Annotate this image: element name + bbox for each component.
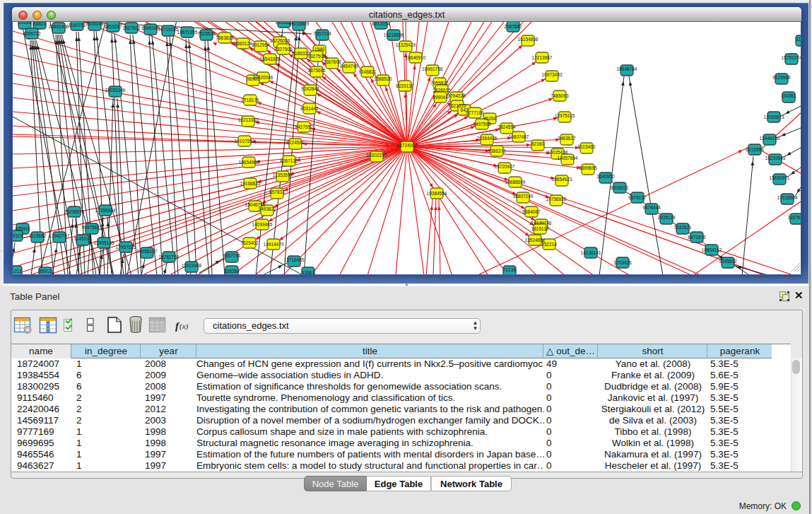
svg-text:10756928: 10756928 xyxy=(546,197,567,201)
svg-text:10107553: 10107553 xyxy=(235,139,255,144)
svg-text:8031441: 8031441 xyxy=(300,106,319,111)
svg-text:17359924: 17359924 xyxy=(95,208,116,213)
svg-text:12213967: 12213967 xyxy=(532,55,553,60)
svg-text:9684067: 9684067 xyxy=(522,209,541,214)
svg-text:1115682: 1115682 xyxy=(29,233,47,238)
svg-text:39119: 39119 xyxy=(13,233,23,238)
svg-text:20206576: 20206576 xyxy=(64,209,85,214)
svg-text:19384554: 19384554 xyxy=(427,191,447,196)
svg-text:20691406: 20691406 xyxy=(49,24,69,29)
svg-text:9903325: 9903325 xyxy=(275,22,293,25)
svg-text:252214: 252214 xyxy=(541,242,557,247)
svg-text:10807487: 10807487 xyxy=(509,134,529,139)
svg-text:899044: 899044 xyxy=(433,95,448,100)
svg-text:12213383: 12213383 xyxy=(238,117,259,122)
svg-text:8938921: 8938921 xyxy=(611,185,629,190)
svg-text:6879197: 6879197 xyxy=(628,195,647,200)
svg-text:7625402: 7625402 xyxy=(240,240,259,245)
svg-text:12942757: 12942757 xyxy=(49,233,70,238)
svg-text:13720407: 13720407 xyxy=(495,164,515,169)
svg-text:12444150: 12444150 xyxy=(760,136,780,141)
svg-text:1527602: 1527602 xyxy=(122,25,141,30)
svg-text:98961: 98961 xyxy=(247,76,259,81)
svg-text:17957225: 17957225 xyxy=(116,245,136,250)
svg-text:9474444: 9474444 xyxy=(642,205,661,210)
svg-text:13716485: 13716485 xyxy=(284,257,305,262)
svg-text:1626015: 1626015 xyxy=(433,88,451,93)
svg-text:2605346: 2605346 xyxy=(86,22,104,26)
svg-text:9242848: 9242848 xyxy=(301,86,319,91)
svg-text:14136141: 14136141 xyxy=(581,250,601,255)
svg-text:8471676: 8471676 xyxy=(688,235,706,240)
svg-text:1640950: 1640950 xyxy=(596,174,615,179)
svg-text:1588520: 1588520 xyxy=(374,76,392,81)
svg-text:7955812: 7955812 xyxy=(430,81,449,86)
svg-text:20554: 20554 xyxy=(18,22,31,25)
svg-text:14957864: 14957864 xyxy=(558,156,578,160)
svg-text:1733426: 1733426 xyxy=(613,260,632,265)
svg-text:15226058: 15226058 xyxy=(270,38,290,43)
svg-text:2367608: 2367608 xyxy=(323,59,341,64)
svg-text:19218506: 19218506 xyxy=(384,33,404,37)
svg-text:43661: 43661 xyxy=(302,270,314,274)
svg-text:10025438: 10025438 xyxy=(548,150,568,155)
svg-text:8267135: 8267135 xyxy=(280,158,298,163)
svg-text:16782759: 16782759 xyxy=(159,255,180,259)
svg-text:10719155: 10719155 xyxy=(158,27,179,32)
svg-text:19654988: 19654988 xyxy=(239,160,259,165)
svg-text:7386372: 7386372 xyxy=(488,148,506,153)
svg-text:7515526: 7515526 xyxy=(197,31,216,36)
svg-text:104361: 104361 xyxy=(781,93,796,98)
svg-text:18120746: 18120746 xyxy=(531,221,552,226)
svg-text:72138: 72138 xyxy=(503,267,516,272)
svg-text:18640910: 18640910 xyxy=(406,55,426,60)
svg-text:9427552: 9427552 xyxy=(295,124,313,129)
svg-text:16210643: 16210643 xyxy=(765,156,786,160)
svg-text:8912954: 8912954 xyxy=(252,42,270,47)
svg-text:62160: 62160 xyxy=(531,141,544,146)
svg-text:16648784: 16648784 xyxy=(617,66,637,71)
svg-text:8220137: 8220137 xyxy=(396,83,414,88)
svg-text:13654923: 13654923 xyxy=(552,177,572,182)
svg-text:8215958: 8215958 xyxy=(746,147,764,152)
svg-text:2087682: 2087682 xyxy=(504,24,522,29)
svg-text:1145194: 1145194 xyxy=(74,236,92,241)
svg-text:1815112: 1815112 xyxy=(531,226,549,231)
svg-text:29053346: 29053346 xyxy=(105,88,126,93)
svg-text:6966160: 6966160 xyxy=(141,25,160,30)
svg-text:1546: 1546 xyxy=(314,47,325,52)
svg-text:3875685: 3875685 xyxy=(307,68,326,73)
svg-text:3493822: 3493822 xyxy=(258,206,276,211)
svg-text:10654112: 10654112 xyxy=(702,247,722,252)
svg-text:12975115: 12975115 xyxy=(555,113,575,118)
svg-text:2718176: 2718176 xyxy=(241,98,259,103)
svg-text:10671355: 10671355 xyxy=(177,30,198,35)
svg-text:12093873: 12093873 xyxy=(764,115,784,119)
svg-text:8454749: 8454749 xyxy=(340,64,358,69)
svg-text:16543362: 16543362 xyxy=(260,57,281,62)
svg-text:6497568: 6497568 xyxy=(473,122,491,127)
svg-text:9327508: 9327508 xyxy=(307,54,326,59)
svg-text:11923468: 11923468 xyxy=(182,263,202,268)
svg-text:10688609: 10688609 xyxy=(505,180,526,185)
svg-text:3824554: 3824554 xyxy=(498,124,516,129)
svg-text:6899695: 6899695 xyxy=(579,165,597,170)
svg-text:4055712: 4055712 xyxy=(23,31,41,36)
svg-text:435001: 435001 xyxy=(15,226,30,231)
svg-text:11123: 11123 xyxy=(796,37,801,42)
svg-text:16961758: 16961758 xyxy=(423,66,443,71)
svg-text:9327505: 9327505 xyxy=(274,47,293,52)
svg-text:1853267: 1853267 xyxy=(104,24,122,29)
svg-text:7485063: 7485063 xyxy=(551,93,569,98)
svg-text:85911: 85911 xyxy=(39,269,52,274)
svg-text:9794028: 9794028 xyxy=(447,93,466,98)
svg-text:18724007: 18724007 xyxy=(397,143,418,148)
svg-text:46266: 46266 xyxy=(483,116,496,121)
svg-text:15751074: 15751074 xyxy=(782,55,801,60)
svg-text:1160751: 1160751 xyxy=(69,23,86,28)
svg-text:83821: 83821 xyxy=(33,22,46,26)
svg-text:9463627: 9463627 xyxy=(558,136,576,141)
svg-text:8813054: 8813054 xyxy=(372,22,390,26)
svg-text:2935114: 2935114 xyxy=(658,215,676,220)
svg-text:19166825: 19166825 xyxy=(240,181,261,186)
